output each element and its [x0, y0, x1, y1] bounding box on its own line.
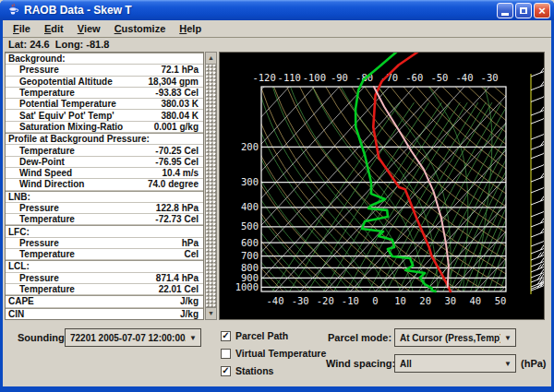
table-row[interactable]: Wind Speed10.4 m/s	[6, 168, 203, 179]
row-label: LNB:	[6, 192, 199, 202]
svg-text:-40: -40	[267, 295, 284, 306]
table-row[interactable]: Temperature-70.25 Cel	[6, 145, 203, 156]
minimize-button[interactable]	[497, 3, 513, 18]
svg-text:-50: -50	[430, 72, 448, 83]
row-value: 72.1 hPa	[161, 65, 203, 75]
row-value: hPa	[182, 238, 203, 248]
svg-text:-30: -30	[481, 72, 499, 83]
table-row[interactable]: PressurehPa	[6, 238, 203, 249]
location-bar: Lat: 24.6 Long: -81.8	[3, 38, 551, 53]
svg-text:1000: 1000	[235, 281, 259, 292]
skewt-chart[interactable]: -120-110-100-90-80-70-60-50-40-30-40-30-…	[220, 53, 544, 319]
table-row[interactable]: Background:	[6, 53, 203, 65]
menu-item-file[interactable]: File	[6, 22, 37, 35]
checkbox-parcel-path[interactable]: ✓Parcel Path	[221, 329, 288, 342]
svg-text:20: 20	[419, 295, 431, 306]
window-title: RAOB Data - Skew T	[24, 4, 495, 17]
scrollbar-thumb[interactable]	[206, 65, 216, 307]
row-label: Pressure	[6, 65, 161, 75]
svg-text:10: 10	[394, 295, 406, 306]
minimize-icon	[501, 13, 509, 16]
table-scrollbar[interactable]: ▲ ▼	[205, 52, 217, 320]
svg-text:-90: -90	[331, 72, 348, 83]
chevron-down-icon: ▼	[504, 334, 512, 342]
table-row[interactable]: Temperature-93.83 Cel	[6, 88, 203, 99]
menu-item-customize[interactable]: Customize	[108, 22, 173, 35]
row-label: LCL:	[6, 261, 199, 271]
row-label: Temperature	[6, 249, 184, 259]
menu-bar: FileEditViewCustomizeHelp	[3, 20, 551, 38]
parcel-mode-label: Parcel mode:	[328, 332, 391, 343]
row-label: Temperature	[6, 146, 155, 156]
java-app-icon	[6, 3, 20, 18]
row-label: CAPE	[6, 296, 180, 306]
scroll-down-button[interactable]: ▼	[206, 307, 216, 319]
row-value: 380.04 K	[161, 111, 203, 121]
menu-item-help[interactable]: Help	[173, 22, 208, 35]
table-row[interactable]: Pressure72.1 hPa	[6, 65, 203, 76]
wind-spacing-unit: (hPa)	[521, 358, 547, 369]
menu-item-view[interactable]: View	[71, 22, 107, 35]
table-row[interactable]: LFC:	[6, 225, 203, 237]
table-row[interactable]: Dew-Point-76.95 Cel	[6, 157, 203, 168]
checkbox-stations[interactable]: ✓Stations	[221, 364, 273, 377]
svg-text:-10: -10	[342, 295, 359, 306]
table-row[interactable]: LCL:	[6, 260, 203, 272]
soundings-select[interactable]: 72201 2005-07-07 12:00:00Z ▼	[65, 328, 201, 347]
table-row[interactable]: Sat' Equiv' Pot' Temp'380.04 K	[6, 110, 203, 121]
row-label: Potential Temperature	[6, 99, 161, 109]
table-row[interactable]: Profile at Background Pressure:	[6, 133, 203, 145]
soundings-value: 72201 2005-07-07 12:00:00Z	[70, 333, 186, 343]
table-row[interactable]: Saturation Mixing-Ratio0.001 g/kg	[6, 122, 203, 133]
row-label: Background:	[6, 53, 199, 64]
table-row[interactable]: TemperatureCel	[6, 249, 203, 260]
row-label: Pressure	[6, 273, 156, 283]
table-row[interactable]: Pressure871.4 hPa	[6, 273, 203, 284]
table-row[interactable]: CAPEJ/kg	[6, 295, 203, 307]
table-row[interactable]: Temperature-72.73 Cel	[6, 214, 203, 225]
table-row[interactable]: Wind Direction74.0 degree	[6, 179, 203, 190]
checkbox-checked-icon[interactable]: ✓	[221, 331, 231, 341]
row-label: Temperature	[6, 214, 155, 224]
maximize-icon	[520, 7, 527, 14]
row-value: -72.73 Cel	[155, 214, 203, 224]
table-row[interactable]: LNB:	[6, 191, 203, 203]
main-area: Background:Pressure72.1 hPaGeopotential …	[3, 52, 551, 322]
row-value: 0.001 g/kg	[154, 122, 203, 132]
scroll-up-button[interactable]: ▲	[206, 53, 216, 65]
svg-text:50: 50	[495, 295, 507, 306]
skewt-chart-panel[interactable]: -120-110-100-90-80-70-60-50-40-30-40-30-…	[219, 52, 545, 320]
checkbox-virtual-temperature[interactable]: Virtual Temperature	[221, 347, 326, 360]
wind-spacing-select[interactable]: All ▼	[394, 354, 516, 373]
row-value: -70.25 Cel	[155, 146, 203, 156]
title-bar[interactable]: RAOB Data - Skew T ×	[0, 0, 554, 20]
table-row[interactable]: Geopotential Altitude18,304 gpm	[6, 77, 203, 88]
table-row[interactable]: Temperature22.01 Cel	[6, 284, 203, 295]
svg-text:-40: -40	[456, 72, 474, 83]
row-value: 10.4 m/s	[163, 168, 203, 178]
close-button[interactable]: ×	[534, 3, 550, 18]
close-icon: ×	[538, 5, 546, 17]
row-label: Temperature	[6, 284, 159, 294]
app-window: RAOB Data - Skew T × FileEditViewCustomi…	[0, 0, 554, 392]
svg-text:40: 40	[470, 295, 482, 306]
table-row[interactable]: CINJ/kg	[6, 308, 203, 319]
row-label: Pressure	[6, 238, 182, 248]
wind-spacing-value: All	[400, 359, 500, 369]
maximize-button[interactable]	[515, 3, 532, 18]
row-value: 74.0 degree	[148, 179, 203, 189]
svg-text:-120: -120	[252, 72, 275, 83]
menu-item-edit[interactable]: Edit	[38, 22, 70, 35]
row-label: Sat' Equiv' Pot' Temp'	[6, 111, 161, 121]
checkbox-unchecked-icon[interactable]	[221, 349, 231, 359]
control-bar: Soundings: 72201 2005-07-07 12:00:00Z ▼ …	[3, 322, 551, 386]
svg-text:700: 700	[241, 250, 259, 261]
checkbox-checked-icon[interactable]: ✓	[221, 366, 231, 376]
row-label: Wind Speed	[6, 168, 163, 178]
table-row[interactable]: Potential Temperature380.03 K	[6, 99, 203, 110]
parcel-mode-select[interactable]: At Cursor (Press,Temp) ▼	[394, 328, 516, 347]
chevron-down-icon: ▼	[504, 360, 512, 368]
row-label: Wind Direction	[6, 179, 148, 189]
table-row[interactable]: Pressure122.8 hPa	[6, 203, 203, 214]
svg-text:-20: -20	[317, 295, 334, 306]
